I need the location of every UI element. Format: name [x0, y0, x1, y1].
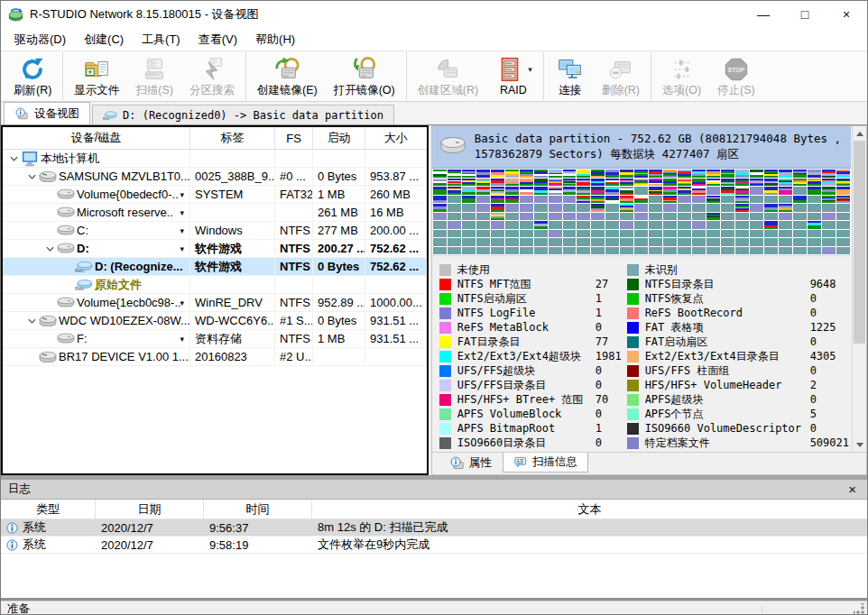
scan-label: 扫描(S) [135, 84, 173, 97]
stop-icon-row: STOP [721, 54, 752, 84]
column-header-3[interactable]: 启动 [313, 127, 365, 149]
legend-label: ReFS MetaBlock [457, 321, 589, 334]
scan-block-map[interactable] [432, 169, 851, 255]
scan-panel-scrollbar[interactable] [852, 126, 866, 452]
scan-block [779, 221, 792, 229]
scan-block [822, 247, 836, 255]
scan-block [836, 196, 850, 204]
legend-count: 0 [596, 379, 602, 391]
row-dropdown-arrow-icon[interactable]: ▾ [180, 298, 184, 308]
resize-grip[interactable] [854, 603, 864, 614]
log-column-header-3[interactable]: 文本 [312, 500, 867, 519]
raid-dropdown-arrow-icon[interactable]: ▾ [528, 65, 532, 74]
log-row-0[interactable]: 系统2020/12/79:56:378m 12s 的 D: 扫描已完成 [1, 519, 867, 537]
row-dropdown-arrow-icon[interactable]: ▾ [180, 226, 184, 235]
log-column-header-2[interactable]: 时间 [204, 500, 312, 519]
scroll-down-arrow-icon[interactable] [853, 437, 866, 452]
toolbar-raid-button[interactable]: ▾RAID [486, 52, 540, 100]
raid-icon-row: ▾ [494, 54, 532, 84]
close-button[interactable]: × [826, 1, 867, 28]
column-header-4[interactable]: 大小 [365, 127, 427, 149]
device-row-4[interactable]: C:▾WindowsNTFS277 MB200.00 ... [3, 222, 427, 240]
log-column-header-1[interactable]: 日期 [96, 500, 204, 519]
device-row-3[interactable]: Microsoft reserve..▾261 MB16 MB [3, 204, 427, 222]
scan-block [706, 221, 720, 229]
scrollbar-thumb[interactable] [854, 141, 865, 344]
log-column-header-0[interactable]: 类型 [1, 500, 96, 519]
scan-block [620, 196, 633, 204]
menu-item-1[interactable]: 创建(C) [75, 29, 133, 50]
row-dropdown-arrow-icon[interactable]: ▾ [180, 208, 184, 217]
log-type-text: 系统 [23, 519, 46, 536]
scan-block [836, 230, 850, 238]
toolbar: 刷新(R)显示文件扫描(S)分区搜索创建镜像(E)打开镜像(O)创建区域(R)▾… [1, 50, 867, 102]
expander-icon[interactable] [24, 174, 39, 179]
maximize-button[interactable]: □ [784, 1, 826, 28]
device-row-8[interactable]: Volume{1ecb0c98-..▾WinRE_DRVNTFS952.89 .… [3, 294, 427, 312]
device-row-2[interactable]: Volume{0bedecf0-..▾SYSTEMFAT321 MB260 MB [3, 186, 427, 204]
legend-label: FAT启动扇区 [645, 335, 804, 350]
toolbar-refresh-button[interactable]: 刷新(R) [5, 52, 60, 100]
device-row-10[interactable]: F:▾资料存储NTFS1 MB931.51 ... [3, 330, 427, 348]
menu-item-0[interactable]: 驱动器(D) [5, 29, 75, 50]
device-row-7[interactable]: Rec.原始文件 [3, 276, 427, 294]
scan-block [706, 187, 720, 195]
scan-block [491, 196, 504, 204]
device-row-6[interactable]: Rec.D: (Recognize...软件游戏NTFS0 Bytes752.6… [3, 258, 427, 276]
column-header-2[interactable]: FS [275, 127, 313, 149]
toolbar-connect-button[interactable]: 连接 [547, 52, 594, 100]
device-row-1[interactable]: SAMSUNG MZVLB1T0...0025_388B_9...#0 ...0… [3, 168, 427, 186]
device-row-0[interactable]: 本地计算机 [3, 150, 427, 168]
log-row-1[interactable]: 系统2020/12/79:58:19文件枚举在9秒内完成 [1, 537, 867, 554]
scan-block [620, 238, 633, 246]
hdd-icon [439, 134, 466, 154]
panel-tab-scan-info[interactable]: 扫描信息 [503, 453, 588, 473]
toolbar-show-files-button[interactable]: 显示文件 [66, 52, 127, 100]
scan-block [448, 247, 461, 255]
scroll-up-arrow-icon[interactable] [853, 126, 866, 141]
scan-block [462, 221, 476, 229]
expander-icon[interactable] [24, 318, 39, 324]
scan-block [764, 238, 778, 246]
scan-block [563, 204, 577, 212]
row-dropdown-arrow-icon[interactable]: ▾ [180, 244, 184, 253]
panel-tab-properties[interactable]: 属性 [439, 453, 503, 473]
toolbar-create-image-button[interactable]: 创建镜像(E) [249, 52, 326, 100]
legend-count: 509021 [810, 436, 849, 449]
scan-block [491, 247, 504, 255]
stop-icon: STOP [721, 55, 752, 84]
scan-block [764, 179, 778, 187]
toolbar-open-image-button[interactable]: 打开镜像(O) [326, 52, 403, 100]
scan-block [563, 187, 577, 195]
scan-block [591, 247, 605, 255]
row-dropdown-arrow-icon[interactable]: ▾ [180, 335, 184, 344]
scan-block [534, 179, 548, 187]
scan-block [649, 204, 662, 212]
device-row-5[interactable]: D:▾软件游戏NTFS200.27 ...752.62 ... [3, 240, 427, 258]
scan-block [491, 238, 504, 246]
scan-block [491, 187, 504, 195]
log-close-icon[interactable]: × [845, 482, 860, 496]
device-row-11[interactable]: BR17 DEVICE V1.00 1....20160823#2 U... [3, 348, 427, 366]
tab-recognized-partition[interactable]: Rec.D: (Recognized0) -> Basic data parti… [92, 105, 394, 124]
menu-item-3[interactable]: 查看(V) [189, 29, 246, 50]
expander-icon[interactable] [6, 156, 21, 161]
minimize-button[interactable]: — [743, 1, 784, 28]
start-cell: 1 MB [313, 186, 365, 203]
size-cell: 752.62 ... [365, 258, 427, 275]
scan-block [491, 204, 504, 212]
scan-block [721, 230, 734, 238]
scan-block [764, 230, 778, 238]
menu-item-2[interactable]: 工具(T) [133, 29, 189, 50]
legend-label: NTFS LogFile [457, 307, 589, 319]
device-row-9[interactable]: WDC WD10EZEX-08W...WD-WCC6Y6...#1 S...0 … [3, 312, 427, 330]
menu-item-4[interactable]: 帮助(H) [246, 29, 304, 50]
show-files-label: 显示文件 [74, 84, 119, 97]
scan-block [706, 230, 720, 238]
tab-device-view[interactable]: 设备视图 [4, 102, 90, 124]
column-header-1[interactable]: 标签 [190, 127, 275, 149]
scan-block [836, 238, 850, 246]
expander-icon[interactable] [42, 246, 57, 252]
connect-icon-row [555, 54, 586, 84]
row-dropdown-arrow-icon[interactable]: ▾ [180, 190, 184, 199]
